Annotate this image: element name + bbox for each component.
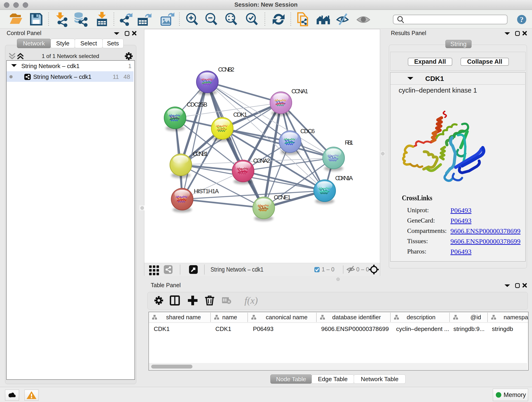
svg-text:description: description xyxy=(407,314,436,321)
svg-text:CCNB1: CCNB1 xyxy=(193,150,208,157)
svg-text:CDC25B: CDC25B xyxy=(187,101,207,108)
svg-text:0 – 0: 0 – 0 xyxy=(356,266,369,273)
svg-text:canonical name: canonical name xyxy=(266,314,307,321)
svg-text:CDKN1A: CDKN1A xyxy=(335,175,353,182)
svg-text:String Network – cdk1: String Network – cdk1 xyxy=(210,266,264,273)
svg-text:?: ? xyxy=(520,15,524,24)
svg-text:CCNE1: CCNE1 xyxy=(274,194,291,201)
svg-text:1 – 0: 1 – 0 xyxy=(322,266,335,273)
svg-text:@id: @id xyxy=(470,314,481,321)
svg-text:CCNA1: CCNA1 xyxy=(291,88,308,95)
svg-text:CDC6: CDC6 xyxy=(300,128,315,134)
svg-text:RB1: RB1 xyxy=(345,139,353,146)
svg-text:name: name xyxy=(222,314,237,321)
svg-text:namespace: namespace xyxy=(504,314,528,321)
svg-text:CCNA2: CCNA2 xyxy=(253,157,270,164)
svg-text:CDK1: CDK1 xyxy=(233,111,247,118)
svg-text:database identifier: database identifier xyxy=(332,314,381,321)
svg-text:CCNB2: CCNB2 xyxy=(218,66,234,73)
svg-text:HIST1H1A: HIST1H1A xyxy=(194,188,219,195)
svg-text:f(x): f(x) xyxy=(244,295,258,306)
svg-text:shared name: shared name xyxy=(166,314,201,321)
